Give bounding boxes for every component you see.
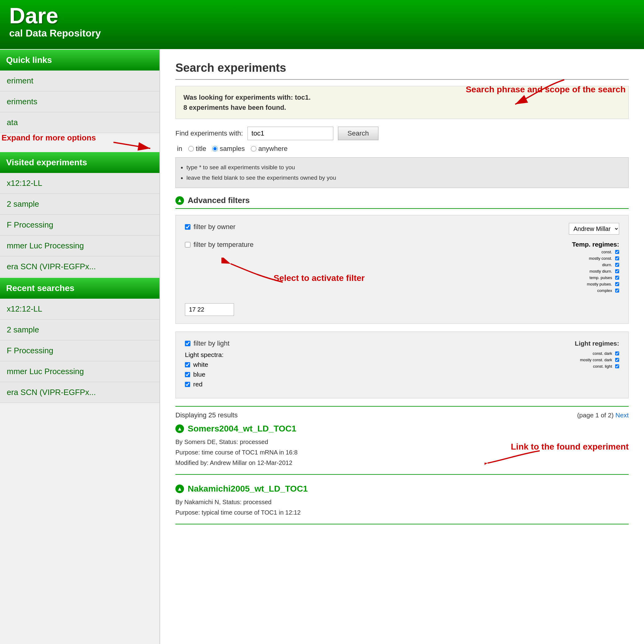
- filter-light-checkbox[interactable]: [185, 341, 190, 346]
- regime-const-check[interactable]: [615, 250, 619, 254]
- sidebar-item-ata[interactable]: ata: [0, 112, 159, 133]
- filter-temp-checkbox[interactable]: [185, 242, 190, 247]
- light-blue-check[interactable]: [185, 372, 190, 377]
- sidebar: Quick links eriment eriments ata Expand …: [0, 49, 159, 644]
- radio-row: in title samples anywhere: [177, 145, 629, 153]
- filter-owner-label: filter by owner: [185, 223, 236, 231]
- visited-header: Visited experiments: [0, 152, 159, 173]
- search-button[interactable]: Search: [338, 127, 378, 140]
- collapse-icon[interactable]: ▲: [175, 196, 184, 205]
- filter-owner-checkbox[interactable]: [185, 224, 190, 230]
- sidebar-item-eriment[interactable]: eriment: [0, 71, 159, 91]
- link-experiment-arrow: [485, 445, 546, 469]
- quick-links-header: Quick links: [0, 50, 159, 71]
- regime-mostly-diurn: mostly diurn.: [572, 269, 619, 274]
- regime-diurn-check[interactable]: [615, 263, 619, 267]
- search-form-row: Find experiments with: Search: [175, 127, 629, 140]
- regime-mostly-pulses: mostly pulses.: [572, 282, 619, 286]
- light-regimes-label: Light regimes:: [575, 340, 619, 347]
- regime-mostly-const: mostly const.: [572, 256, 619, 261]
- recent-item-0[interactable]: x12:12-LL: [0, 299, 159, 320]
- advanced-filters-label: Advanced filters: [188, 196, 250, 205]
- experiment-result-1: ▲ Nakamichi2005_wt_LD_TOC1 By Nakamichi …: [175, 484, 629, 524]
- radio-title-label: title: [196, 145, 206, 153]
- main-layout: Quick links eriment eriments ata Expand …: [0, 49, 644, 644]
- light-white: white: [185, 361, 568, 368]
- results-count: Displaying 25 results: [175, 411, 238, 419]
- experiment-link-0[interactable]: Somers2004_wt_LD_TOC1: [188, 424, 296, 434]
- regime-diurn: diurn.: [572, 263, 619, 267]
- regime-temp-pulses-check[interactable]: [615, 276, 619, 280]
- regime-mostly-const-dark: mostly const. dark: [580, 358, 619, 362]
- light-spectra-row: Light spectra: white blue red: [185, 351, 619, 390]
- header: Dare cal Data Repository: [0, 0, 644, 49]
- in-label: in: [177, 145, 182, 153]
- filter-owner-row: filter by owner Andrew Millar: [185, 223, 619, 235]
- exp-collapse-1[interactable]: ▲: [175, 485, 184, 493]
- regime-mostly-const-check[interactable]: [615, 256, 619, 260]
- recent-item-4[interactable]: era SCN (VIPR-EGFPx...: [0, 382, 159, 403]
- app-subtitle: cal Data Repository: [9, 28, 101, 39]
- search-phrase-arrow: [509, 74, 570, 110]
- experiment-link-1[interactable]: Nakamichi2005_wt_LD_TOC1: [188, 484, 308, 494]
- regime-temp-pulses: temp. pulses: [572, 275, 619, 280]
- light-regimes-container: const. dark mostly const. dark const. li…: [580, 351, 619, 370]
- radio-anywhere[interactable]: anywhere: [251, 145, 287, 153]
- visited-item-0[interactable]: x12:12-LL: [0, 173, 159, 194]
- search-input[interactable]: [247, 127, 333, 140]
- visited-item-1[interactable]: 2 sample: [0, 194, 159, 215]
- radio-anywhere-input[interactable]: [251, 146, 256, 151]
- regime-const-dark-check[interactable]: [615, 351, 619, 355]
- radio-title-input[interactable]: [188, 146, 194, 151]
- visited-item-3[interactable]: mmer Luc Processing: [0, 236, 159, 256]
- recent-item-1[interactable]: 2 sample: [0, 320, 159, 340]
- radio-anywhere-label: anywhere: [258, 145, 287, 153]
- experiment-title-1: ▲ Nakamichi2005_wt_LD_TOC1: [175, 484, 629, 494]
- filter-light-row: filter by light Light regimes:: [185, 339, 619, 347]
- temp-input[interactable]: [185, 303, 234, 316]
- results-header: Displaying 25 results (page 1 of 2) Next: [175, 406, 629, 419]
- recent-searches-header: Recent searches: [0, 278, 159, 299]
- next-link[interactable]: Next: [615, 412, 629, 419]
- regime-const-light-check[interactable]: [615, 364, 619, 368]
- light-blue: blue: [185, 371, 568, 378]
- recent-item-2[interactable]: F Processing: [0, 340, 159, 361]
- hint-1: leave the field blank to see the experim…: [186, 173, 622, 183]
- light-red-check[interactable]: [185, 382, 190, 387]
- exp-purpose-1: Purpose: typical time course of TOC1 in …: [175, 507, 629, 518]
- temp-regimes-container: Temp. regimes: const. mostly const. diur…: [572, 241, 619, 295]
- regime-const-light: const. light: [580, 364, 619, 369]
- light-red: red: [185, 381, 568, 388]
- hints-box: type * to see all experiments visible to…: [175, 157, 629, 188]
- recent-item-3[interactable]: mmer Luc Processing: [0, 361, 159, 382]
- radio-title[interactable]: title: [188, 145, 206, 153]
- visited-item-4[interactable]: era SCN (VIPR-EGFPx...: [0, 256, 159, 277]
- filter-temp-label: filter by temperature: [185, 241, 254, 249]
- temp-regimes-label: Temp. regimes:: [572, 241, 619, 248]
- regime-mostly-pulses-check[interactable]: [615, 282, 619, 286]
- owner-select-container: Andrew Millar: [569, 223, 619, 235]
- owner-select[interactable]: Andrew Millar: [569, 223, 619, 235]
- hint-0: type * to see all experiments visible to…: [186, 162, 622, 173]
- app-title: Dare: [9, 3, 58, 28]
- regime-complex-check[interactable]: [615, 289, 619, 293]
- light-spectra-label: Light spectra:: [185, 351, 568, 358]
- radio-samples-input[interactable]: [212, 146, 218, 151]
- regime-const: const.: [572, 250, 619, 254]
- visited-item-2[interactable]: F Processing: [0, 215, 159, 236]
- expand-annotation: Expand for more options: [2, 133, 96, 143]
- exp-collapse-0[interactable]: ▲: [175, 424, 184, 433]
- filter-light-section: filter by light Light regimes: Light spe…: [175, 332, 629, 398]
- regime-const-dark: const. dark: [580, 351, 619, 356]
- radio-samples[interactable]: samples: [212, 145, 245, 153]
- regime-mostly-const-dark-check[interactable]: [615, 358, 619, 362]
- regime-mostly-diurn-check[interactable]: [615, 269, 619, 273]
- sidebar-item-eriments[interactable]: eriments: [0, 91, 159, 112]
- exp-modified-0: Modified by: Andrew Millar on 12-Mar-201…: [175, 458, 629, 468]
- search-info-text: Was looking for experiments with: toc1.8…: [183, 94, 311, 111]
- light-spectra-container: Light spectra: white blue red: [185, 351, 568, 390]
- exp-by-1: By Nakamichi N, Status: processed: [175, 497, 629, 507]
- light-white-check[interactable]: [185, 362, 190, 367]
- experiment-meta-1: By Nakamichi N, Status: processed Purpos…: [175, 497, 629, 518]
- select-filter-arrow: [221, 258, 289, 294]
